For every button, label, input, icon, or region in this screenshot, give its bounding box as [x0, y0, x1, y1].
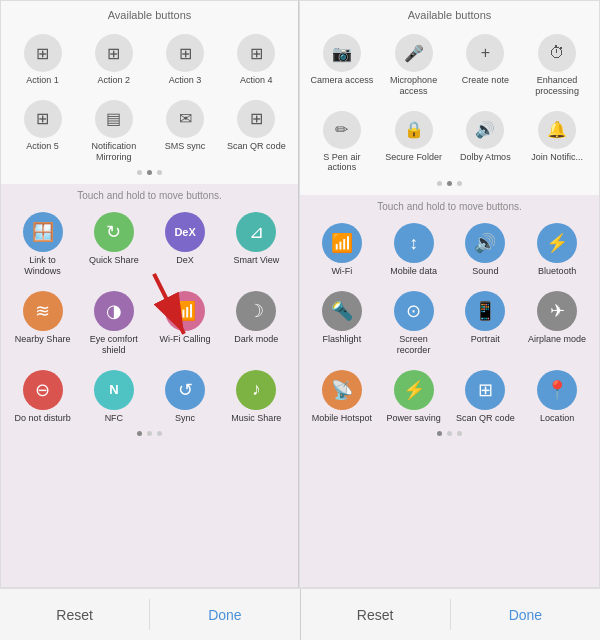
action1-icon: ⊞ [24, 34, 62, 72]
mobile-hotspot-label: Mobile Hotspot [312, 413, 372, 424]
list-item[interactable]: DeX DeX [152, 207, 219, 282]
dot-active [147, 170, 152, 175]
link-windows-label: Link to Windows [11, 255, 74, 277]
left-active-dots [7, 428, 292, 439]
list-item[interactable]: ⏱ Enhanced processing [523, 29, 591, 102]
right-touch-hint: Touch and hold to move buttons. [306, 201, 593, 212]
dolby-icon: 🔊 [466, 111, 504, 149]
dot [437, 181, 442, 186]
right-reset-button[interactable]: Reset [301, 589, 450, 640]
list-item[interactable]: ⚡ Bluetooth [523, 218, 591, 282]
power-saving-label: Power saving [387, 413, 441, 424]
action3-label: Action 3 [169, 75, 202, 86]
list-item[interactable]: 🔒 Secure Folder [380, 106, 448, 179]
dot [137, 170, 142, 175]
left-dots [7, 167, 292, 178]
list-item[interactable]: 📶 Wi-Fi Calling [152, 286, 219, 361]
dnd-label: Do not disturb [15, 413, 71, 424]
bluetooth-icon: ⚡ [537, 223, 577, 263]
join-notif-icon: 🔔 [538, 111, 576, 149]
list-item[interactable]: ⊞ Scan QR code [223, 95, 290, 168]
create-note-icon: + [466, 34, 504, 72]
list-item[interactable]: ◑ Eye comfort shield [80, 286, 147, 361]
list-item[interactable]: 🎤 Microphone access [380, 29, 448, 102]
left-available-grid: ⊞ Action 1 ⊞ Action 2 ⊞ Action 3 ⊞ Actio… [7, 29, 292, 167]
list-item[interactable]: 📶 Wi-Fi [308, 218, 376, 282]
list-item[interactable]: 📡 Mobile Hotspot [308, 365, 376, 429]
list-item[interactable]: ⊙ Screen recorder [380, 286, 448, 361]
action5-icon: ⊞ [24, 100, 62, 138]
location-icon: 📍 [537, 370, 577, 410]
list-item[interactable]: 📍 Location [523, 365, 591, 429]
list-item[interactable]: ↕ Mobile data [380, 218, 448, 282]
list-item[interactable]: ✏ S Pen air actions [308, 106, 376, 179]
list-item[interactable]: 🔔 Join Notific... [523, 106, 591, 179]
action4-label: Action 4 [240, 75, 273, 86]
left-available-title: Available buttons [7, 9, 292, 21]
right-available-title: Available buttons [306, 9, 593, 21]
right-available-grid: 📷 Camera access 🎤 Microphone access + Cr… [306, 29, 593, 178]
list-item[interactable]: ♪ Music Share [223, 365, 290, 429]
list-item[interactable]: 🪟 Link to Windows [9, 207, 76, 282]
secure-folder-icon: 🔒 [395, 111, 433, 149]
list-item[interactable]: ⊞ Action 5 [9, 95, 76, 168]
join-notif-label: Join Notific... [531, 152, 583, 163]
dark-mode-label: Dark mode [234, 334, 278, 345]
flashlight-icon: 🔦 [322, 291, 362, 331]
list-item[interactable]: ⊞ Action 4 [223, 29, 290, 91]
left-bottom-panel: Reset Done [0, 589, 301, 640]
list-item[interactable]: + Create note [452, 29, 520, 102]
music-share-label: Music Share [231, 413, 281, 424]
list-item[interactable]: ⊞ Action 2 [80, 29, 147, 91]
list-item[interactable]: ⊞ Scan QR code [452, 365, 520, 429]
left-available-section: Available buttons ⊞ Action 1 ⊞ Action 2 … [1, 1, 298, 184]
list-item[interactable]: 🔦 Flashlight [308, 286, 376, 361]
left-active-grid: 🪟 Link to Windows ↻ Quick Share DeX DeX … [7, 207, 292, 428]
microphone-access-icon: 🎤 [395, 34, 433, 72]
right-bottom-panel: Reset Done [301, 589, 601, 640]
nearby-share-label: Nearby Share [15, 334, 71, 345]
list-item[interactable]: ⊞ Action 1 [9, 29, 76, 91]
right-dots [306, 178, 593, 189]
list-item[interactable]: ✈ Airplane mode [523, 286, 591, 361]
dolby-label: Dolby Atmos [460, 152, 511, 163]
dot [157, 431, 162, 436]
list-item[interactable]: ⊞ Action 3 [152, 29, 219, 91]
right-done-button[interactable]: Done [451, 589, 600, 640]
wifi-calling-label: Wi-Fi Calling [160, 334, 211, 345]
list-item[interactable]: ↻ Quick Share [80, 207, 147, 282]
list-item[interactable]: 🔊 Sound [452, 218, 520, 282]
scan-qr-active-label: Scan QR code [456, 413, 515, 424]
list-item[interactable]: ↺ Sync [152, 365, 219, 429]
list-item[interactable]: 📱 Portrait [452, 286, 520, 361]
action2-label: Action 2 [98, 75, 131, 86]
dot [457, 181, 462, 186]
list-item[interactable]: ⚡ Power saving [380, 365, 448, 429]
quick-share-label: Quick Share [89, 255, 139, 266]
left-done-button[interactable]: Done [150, 589, 299, 640]
list-item[interactable]: ▤ Notification Mirroring [80, 95, 147, 168]
list-item[interactable]: N NFC [80, 365, 147, 429]
dot [457, 431, 462, 436]
right-active-dots [306, 428, 593, 439]
nfc-icon: N [94, 370, 134, 410]
list-item[interactable]: ⊖ Do not disturb [9, 365, 76, 429]
list-item[interactable]: 📷 Camera access [308, 29, 376, 102]
action2-icon: ⊞ [95, 34, 133, 72]
list-item[interactable]: ☽ Dark mode [223, 286, 290, 361]
left-reset-button[interactable]: Reset [0, 589, 149, 640]
action3-icon: ⊞ [166, 34, 204, 72]
scan-qr-avail-icon: ⊞ [237, 100, 275, 138]
camera-access-icon: 📷 [323, 34, 361, 72]
mobile-data-label: Mobile data [390, 266, 437, 277]
list-item[interactable]: 🔊 Dolby Atmos [452, 106, 520, 179]
right-active-grid: 📶 Wi-Fi ↕ Mobile data 🔊 Sound ⚡ Bluetoot… [306, 218, 593, 428]
sound-label: Sound [472, 266, 498, 277]
list-item[interactable]: ≋ Nearby Share [9, 286, 76, 361]
sound-icon: 🔊 [465, 223, 505, 263]
left-panel: Available buttons ⊞ Action 1 ⊞ Action 2 … [0, 0, 299, 588]
list-item[interactable]: ⊿ Smart View [223, 207, 290, 282]
notif-mirror-icon: ▤ [95, 100, 133, 138]
dnd-icon: ⊖ [23, 370, 63, 410]
list-item[interactable]: ✉ SMS sync [152, 95, 219, 168]
